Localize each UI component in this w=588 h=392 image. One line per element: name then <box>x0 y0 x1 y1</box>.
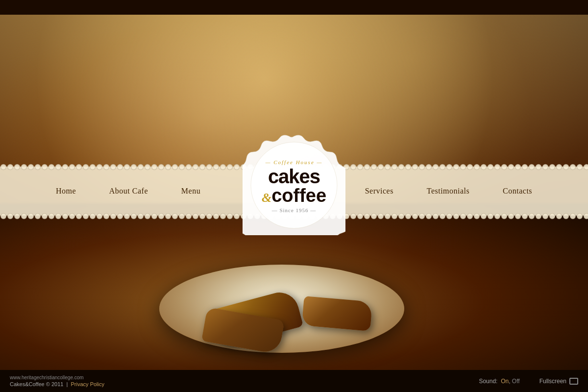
sound-off-button[interactable]: Off <box>512 378 520 385</box>
logo-tagline: — Coffee House — <box>266 159 323 165</box>
nav-menu[interactable]: Menu <box>176 184 205 198</box>
sound-label-text: Sound: <box>479 378 497 385</box>
cookie-3 <box>302 296 373 331</box>
top-bar <box>0 0 588 15</box>
nav-services[interactable]: Services <box>360 184 398 198</box>
logo-since: — Since 1956 — <box>272 207 317 213</box>
sound-on-button[interactable]: On <box>501 378 509 385</box>
footer-right: Sound: On, Off Fullscreen <box>479 378 578 385</box>
logo-amp-coffee: &coffee <box>262 186 326 205</box>
footer-left: www.heritagechristiancollege.com Cakes&C… <box>10 375 104 387</box>
nav-testimonials[interactable]: Testimonials <box>422 184 475 198</box>
logo-outer: — Coffee House — cakes &coffee — Since 1… <box>243 132 345 235</box>
logo-badge[interactable]: — Coffee House — cakes &coffee — Since 1… <box>243 132 345 235</box>
nav-about[interactable]: About Cafe <box>104 184 153 198</box>
bottom-bar: www.heritagechristiancollege.com Cakes&C… <box>0 370 588 392</box>
nav-home[interactable]: Home <box>51 184 81 198</box>
nav-contacts[interactable]: Contacts <box>498 184 537 198</box>
fullscreen-label: Fullscreen <box>539 378 566 385</box>
sound-control: Sound: On, Off <box>479 378 519 385</box>
footer-url: www.heritagechristiancollege.com <box>10 375 104 380</box>
logo-main-text: cakes <box>268 167 320 186</box>
fullscreen-icon <box>569 378 578 385</box>
fullscreen-button[interactable]: Fullscreen <box>539 378 578 385</box>
page-wrapper: Home About Cafe Menu Services Testimonia… <box>0 0 588 392</box>
privacy-policy-link[interactable]: Privacy Policy <box>71 381 104 387</box>
footer-copyright: Cakes&Coffee © 2011 | Privacy Policy <box>10 381 104 387</box>
